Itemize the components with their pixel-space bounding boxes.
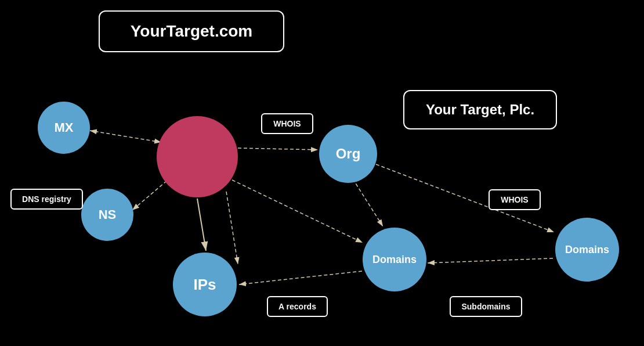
whois-right-text: WHOIS [501, 195, 528, 204]
whois-right-box: WHOIS [489, 189, 541, 210]
svg-line-6 [232, 180, 363, 243]
dns-registry-text: DNS registry [22, 194, 71, 204]
whois-top-box: WHOIS [261, 113, 313, 134]
dns-registry-box: DNS registry [10, 189, 83, 210]
ns-node: NS [81, 189, 133, 241]
arrows-layer [0, 0, 644, 346]
svg-line-10 [428, 258, 553, 263]
domains-center-node: Domains [363, 228, 426, 291]
whois-top-text: WHOIS [273, 119, 301, 128]
domains-right-node: Domains [555, 218, 619, 282]
org-name-text: Your Target, Plc. [426, 102, 534, 118]
svg-line-7 [226, 192, 238, 264]
diagram: YourTarget.com MX NS IPs Org Domains Dom… [0, 0, 644, 346]
svg-line-2 [90, 131, 161, 142]
ips-label: IPs [193, 276, 216, 294]
domains-center-label: Domains [372, 254, 417, 266]
title-box: YourTarget.com [99, 10, 284, 52]
svg-line-8 [239, 271, 362, 284]
subdomains-box: Subdomains [450, 296, 522, 317]
ips-node: IPs [173, 253, 237, 316]
svg-line-4 [197, 199, 206, 251]
mx-node: MX [38, 102, 90, 154]
mx-label: MX [55, 120, 74, 135]
domains-right-label: Domains [565, 244, 609, 256]
subdomains-text: Subdomains [461, 302, 510, 311]
a-records-box: A records [267, 296, 328, 317]
org-node: Org [319, 125, 377, 183]
center-node [157, 116, 238, 197]
svg-line-5 [238, 148, 318, 150]
a-records-text: A records [278, 302, 316, 311]
org-name-box: Your Target, Plc. [403, 90, 557, 129]
svg-line-9 [353, 179, 383, 226]
ns-label: NS [99, 207, 117, 222]
title-text: YourTarget.com [131, 22, 253, 41]
org-label: Org [336, 146, 361, 162]
